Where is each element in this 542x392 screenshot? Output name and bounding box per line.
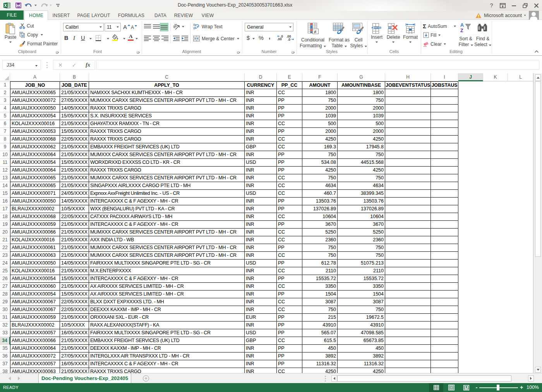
cell[interactable] — [458, 159, 483, 167]
row-header-5[interactable]: 5 — [0, 112, 10, 120]
cell[interactable] — [508, 275, 533, 283]
underline-button[interactable]: U — [81, 35, 85, 41]
cell[interactable]: 4250 — [302, 368, 338, 373]
cell[interactable]: PP — [277, 128, 302, 136]
cell[interactable]: 10604 — [338, 213, 385, 221]
cell[interactable] — [483, 298, 508, 306]
view-page-break-icon[interactable] — [459, 383, 473, 392]
scroll-left-icon[interactable] — [331, 375, 337, 382]
cell[interactable] — [508, 128, 533, 136]
alignment-dialog-launcher-icon[interactable] — [237, 50, 241, 54]
cell[interactable] — [431, 97, 458, 105]
zoom-level[interactable]: 100% — [527, 383, 539, 392]
cell[interactable]: 14/05/XXXX — [60, 260, 89, 267]
cell[interactable] — [458, 190, 483, 198]
cell[interactable] — [508, 174, 533, 182]
cell[interactable] — [483, 322, 508, 329]
cell[interactable]: CC — [277, 252, 302, 260]
cell[interactable] — [458, 105, 483, 112]
conditional-formatting-button[interactable]: ≠ ConditionalFormatting — [299, 22, 327, 49]
cell[interactable]: 565.07 — [302, 329, 338, 337]
cell[interactable] — [458, 151, 483, 159]
cell[interactable]: 3892 — [302, 352, 338, 360]
cell[interactable]: AMUAIJXXXX00065 — [10, 174, 60, 182]
cell[interactable]: 4250 — [302, 136, 338, 143]
cell[interactable]: 21/05/XXXX — [60, 283, 89, 291]
cell[interactable]: INTERCAXXXX C & F AGEXXY - MH - CR — [89, 275, 245, 283]
cell[interactable]: KOLAIJXXXX00016 — [10, 267, 60, 275]
vertical-scroll-thumb[interactable] — [535, 81, 541, 257]
cell[interactable]: INR — [245, 298, 277, 306]
row-header-2[interactable]: 2 — [0, 89, 10, 97]
cell[interactable] — [508, 213, 533, 221]
cell[interactable] — [483, 120, 508, 128]
tab-page-layout[interactable]: PAGE LAYOUT — [75, 11, 113, 20]
align-left-button[interactable] — [144, 36, 151, 41]
format-cells-button[interactable]: Format — [402, 22, 419, 43]
row-header-4[interactable]: 4 — [0, 105, 10, 112]
cell[interactable] — [385, 167, 431, 174]
cell[interactable]: 750 — [302, 306, 338, 314]
cell[interactable] — [431, 260, 458, 267]
cell[interactable] — [431, 174, 458, 182]
cell[interactable]: 3670 — [338, 221, 385, 229]
row-header-17[interactable]: 17 — [0, 205, 10, 213]
cell[interactable]: 44515.568 — [338, 159, 385, 167]
cell[interactable] — [385, 252, 431, 260]
cell[interactable] — [508, 120, 533, 128]
cell[interactable] — [508, 221, 533, 229]
tab-data[interactable]: DATA — [150, 11, 171, 20]
cell[interactable] — [458, 136, 483, 143]
cell[interactable] — [458, 167, 483, 174]
cell[interactable]: PP — [277, 291, 302, 298]
cell[interactable]: 3350 — [302, 283, 338, 291]
cell[interactable] — [431, 120, 458, 128]
cell[interactable]: EMBAXXX FREIGHT SERVICES (UK) LTD — [89, 143, 245, 151]
cell[interactable] — [483, 252, 508, 260]
cell[interactable] — [458, 314, 483, 322]
cell[interactable] — [508, 182, 533, 190]
cell[interactable]: 750 — [338, 306, 385, 314]
cell[interactable]: PP — [277, 329, 302, 337]
delete-cells-button[interactable]: Delete — [386, 22, 401, 43]
cell[interactable]: INR — [245, 182, 277, 190]
cell[interactable] — [458, 229, 483, 236]
cell[interactable] — [458, 198, 483, 205]
cell[interactable]: 21/05/XXXX — [60, 151, 89, 159]
cell[interactable]: FAIRXXXX MULTIXXXX SINGAPORE PTE LTD - S… — [89, 329, 245, 337]
cell[interactable]: 2110 — [338, 267, 385, 275]
cell[interactable]: AX AIRXXXX SERVICES LIMITED - MH - CR — [89, 291, 245, 298]
cell[interactable] — [431, 190, 458, 198]
row-header-1[interactable]: 1 — [0, 81, 10, 89]
cell[interactable]: INR — [245, 236, 277, 244]
cell[interactable] — [431, 298, 458, 306]
cell[interactable]: AMUAIJXXXX00050 — [10, 105, 60, 112]
cell[interactable]: AX AIRXXXX SERVICES LIMITED - MH - CR — [89, 283, 245, 291]
font-color-button[interactable]: A — [128, 34, 134, 41]
account-label[interactable]: Microsoft account — [484, 13, 522, 18]
find-select-button[interactable]: Find &Select — [473, 22, 492, 48]
cell[interactable]: 3087 — [338, 298, 385, 306]
cell[interactable]: INR — [245, 136, 277, 143]
cell[interactable]: M.X.ENTERPXXXX — [89, 267, 245, 275]
cell[interactable]: 4250 — [338, 136, 385, 143]
cell[interactable]: AMUAIJXXXX00066 — [10, 337, 60, 345]
cell[interactable]: RAXXX TRXXS CARGO — [89, 136, 245, 143]
cell[interactable]: 21/05/XXXX — [60, 182, 89, 190]
cell[interactable]: AMUAIJXXXX00054 — [10, 275, 60, 283]
format-painter-button[interactable]: Format Painter — [19, 41, 58, 47]
cell[interactable] — [385, 89, 431, 97]
row-header-18[interactable]: 18 — [0, 213, 10, 221]
cell[interactable] — [508, 167, 533, 174]
row-header-25[interactable]: 25 — [0, 267, 10, 275]
cell[interactable] — [508, 105, 533, 112]
cell[interactable]: CC — [277, 298, 302, 306]
autosum-button[interactable]: Σ AutoSum — [423, 23, 447, 29]
cell[interactable] — [508, 267, 533, 275]
cell[interactable]: INR — [245, 252, 277, 260]
number-format-select[interactable]: General — [245, 23, 293, 31]
cell[interactable] — [483, 221, 508, 229]
clipboard-dialog-launcher-icon[interactable] — [56, 50, 60, 54]
cell[interactable] — [458, 260, 483, 267]
cell[interactable]: CC — [277, 213, 302, 221]
